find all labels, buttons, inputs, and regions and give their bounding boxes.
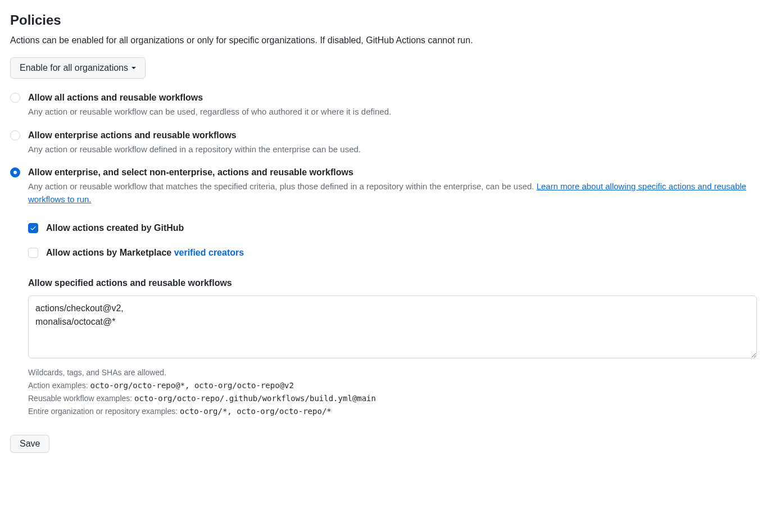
option-description: Any action or reusable workflow can be u… xyxy=(28,106,757,119)
radio-allow-all[interactable] xyxy=(10,93,20,103)
hint-label: Entire organization or repository exampl… xyxy=(28,407,180,416)
option-description: Any action or reusable workflow defined … xyxy=(28,143,757,156)
policy-option-select[interactable]: Allow enterprise, and select non-enterpr… xyxy=(10,166,757,206)
hint-mono: octo-org/octo-repo/.github/workflows/bui… xyxy=(134,394,376,403)
policy-option-enterprise[interactable]: Allow enterprise actions and reusable wo… xyxy=(10,129,757,156)
specified-hints: Wildcards, tags, and SHAs are allowed. A… xyxy=(28,366,757,418)
hint-mono: octo-org/octo-repo@*, octo-org/octo-repo… xyxy=(90,381,294,390)
chevron-down-icon xyxy=(131,67,136,69)
allow-github-label: Allow actions created by GitHub xyxy=(46,221,184,235)
verified-creators-link[interactable]: verified creators xyxy=(174,248,244,257)
hint-org-examples: Entire organization or repository exampl… xyxy=(28,405,757,418)
hint-action-examples: Action examples: octo-org/octo-repo@*, o… xyxy=(28,379,757,392)
allow-marketplace-checkbox[interactable] xyxy=(28,248,38,258)
allow-marketplace-label: Allow actions by Marketplace verified cr… xyxy=(46,246,244,260)
radio-allow-enterprise[interactable] xyxy=(10,130,20,140)
specified-actions-textarea[interactable] xyxy=(28,295,757,358)
page-subtitle: Actions can be enabled for all organizat… xyxy=(10,34,757,47)
enablement-dropdown-label: Enable for all organizations xyxy=(20,61,128,75)
allow-github-checkbox[interactable] xyxy=(28,223,38,233)
allow-github-row: Allow actions created by GitHub xyxy=(28,221,757,235)
hint-reusable-examples: Reusable workflow examples: octo-org/oct… xyxy=(28,392,757,405)
hint-mono: octo-org/*, octo-org/octo-repo/* xyxy=(180,407,332,416)
option-description-text: Any action or reusable workflow that mat… xyxy=(28,181,537,191)
allow-marketplace-label-text: Allow actions by Marketplace xyxy=(46,248,174,257)
select-policy-subsection: Allow actions created by GitHub Allow ac… xyxy=(28,221,757,418)
page-title: Policies xyxy=(10,10,757,30)
enablement-dropdown[interactable]: Enable for all organizations xyxy=(10,57,146,79)
option-title: Allow enterprise actions and reusable wo… xyxy=(28,129,757,142)
option-description: Any action or reusable workflow that mat… xyxy=(28,180,757,206)
policy-option-all[interactable]: Allow all actions and reusable workflows… xyxy=(10,91,757,119)
allow-marketplace-row: Allow actions by Marketplace verified cr… xyxy=(28,246,757,260)
specified-heading: Allow specified actions and reusable wor… xyxy=(28,276,757,290)
hint-wildcards: Wildcards, tags, and SHAs are allowed. xyxy=(28,366,757,379)
hint-label: Action examples: xyxy=(28,381,90,390)
option-title: Allow enterprise, and select non-enterpr… xyxy=(28,166,757,179)
save-button[interactable]: Save xyxy=(10,435,49,453)
radio-allow-select[interactable] xyxy=(10,167,20,178)
option-title: Allow all actions and reusable workflows xyxy=(28,91,757,104)
check-icon xyxy=(30,225,37,231)
hint-label: Reusable workflow examples: xyxy=(28,394,134,403)
